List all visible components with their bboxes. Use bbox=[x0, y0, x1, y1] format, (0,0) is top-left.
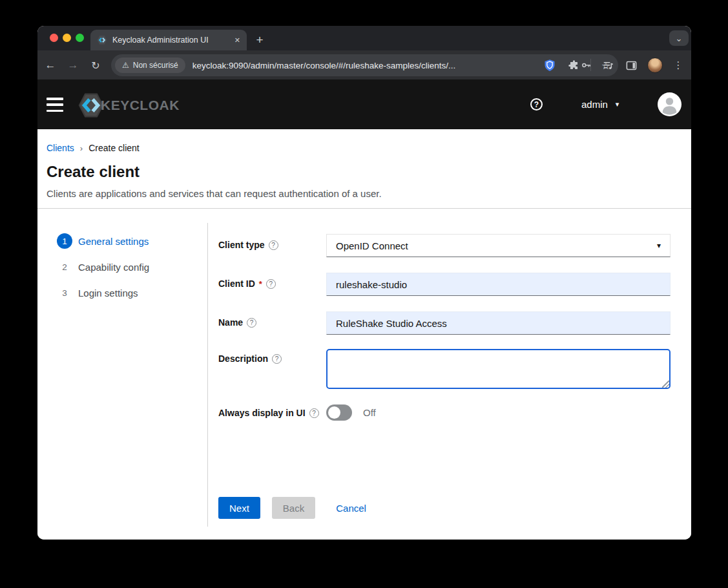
back-button[interactable]: Back bbox=[272, 497, 315, 519]
step-label: Capability config bbox=[78, 262, 149, 273]
description-textarea[interactable] bbox=[326, 349, 671, 389]
tab-search-chevron-icon[interactable]: ⌄ bbox=[669, 30, 689, 46]
description-label-row: Description ? bbox=[218, 353, 282, 364]
url-text: keycloak:9090/admin/master/console/#/rul… bbox=[192, 61, 572, 70]
section-divider bbox=[37, 208, 691, 209]
always-display-toggle[interactable] bbox=[326, 404, 352, 421]
maximize-window-button[interactable] bbox=[76, 34, 84, 42]
name-label: Name bbox=[218, 317, 243, 328]
username: admin bbox=[581, 99, 608, 110]
minimize-window-button[interactable] bbox=[63, 34, 71, 42]
reload-icon[interactable]: ↻ bbox=[87, 57, 104, 74]
tab-title: Keycloak Administration UI bbox=[112, 36, 229, 45]
help-icon[interactable]: ? bbox=[247, 318, 256, 328]
breadcrumb-clients-link[interactable]: Clients bbox=[47, 143, 74, 153]
caret-down-icon: ▾ bbox=[616, 100, 619, 109]
always-display-label-row: Always display in UI ? bbox=[218, 408, 319, 418]
name-input[interactable] bbox=[326, 311, 671, 335]
adblock-shield-icon[interactable] bbox=[541, 57, 558, 74]
warning-icon: ⚠ bbox=[122, 61, 129, 70]
wizard-divider bbox=[207, 223, 208, 527]
client-type-select[interactable]: OpenID Connect ▾ bbox=[326, 234, 671, 257]
step-number: 1 bbox=[57, 233, 72, 249]
page-subtitle: Clients are applications and services th… bbox=[47, 188, 382, 199]
help-icon[interactable]: ? bbox=[272, 354, 282, 364]
browser-window: Keycloak Administration UI ✕ + ⌄ ← → ↻ ⚠… bbox=[37, 26, 691, 540]
name-label-row: Name ? bbox=[218, 317, 256, 328]
step-number: 3 bbox=[57, 285, 72, 300]
user-avatar[interactable] bbox=[658, 92, 681, 116]
help-icon[interactable]: ? bbox=[269, 240, 278, 250]
back-icon[interactable]: ← bbox=[42, 57, 59, 74]
client-id-label-row: Client ID * ? bbox=[218, 278, 276, 289]
client-type-value: OpenID Connect bbox=[336, 240, 657, 251]
client-type-label-row: Client type ? bbox=[218, 240, 278, 250]
toolbar-separator bbox=[590, 59, 591, 71]
page-content: Clients › Create client Create client Cl… bbox=[37, 129, 691, 540]
wizard-step-capability-config[interactable]: 2 Capability config bbox=[57, 259, 149, 275]
tab-close-icon[interactable]: ✕ bbox=[234, 36, 240, 45]
always-display-toggle-row: Off bbox=[326, 404, 376, 421]
wizard-footer: Next Back Cancel bbox=[218, 497, 366, 519]
security-chip[interactable]: ⚠ Non sécurisé bbox=[115, 58, 185, 73]
caret-down-icon: ▾ bbox=[657, 241, 661, 250]
toggle-state-label: Off bbox=[363, 407, 376, 418]
profile-avatar[interactable] bbox=[647, 57, 663, 74]
side-panel-icon[interactable] bbox=[623, 57, 640, 74]
keycloak-favicon bbox=[97, 35, 107, 45]
tab-keycloak[interactable]: Keycloak Administration UI ✕ bbox=[90, 30, 247, 50]
forward-icon[interactable]: → bbox=[65, 57, 81, 74]
next-button[interactable]: Next bbox=[218, 497, 260, 519]
browser-menu-kebab-icon[interactable]: ⋮ bbox=[670, 57, 687, 74]
step-number: 2 bbox=[57, 259, 72, 275]
extensions-puzzle-icon[interactable] bbox=[565, 57, 582, 74]
help-icon[interactable]: ? bbox=[530, 98, 543, 110]
client-id-input[interactable] bbox=[326, 273, 671, 296]
close-window-button[interactable] bbox=[50, 34, 58, 42]
help-icon[interactable]: ? bbox=[309, 408, 319, 418]
breadcrumb-separator-icon: › bbox=[80, 143, 83, 153]
wizard-step-login-settings[interactable]: 3 Login settings bbox=[57, 285, 138, 300]
breadcrumb: Clients › Create client bbox=[47, 143, 140, 153]
help-icon[interactable]: ? bbox=[266, 279, 276, 289]
toggle-knob bbox=[328, 406, 340, 419]
user-menu[interactable]: admin ▾ bbox=[581, 99, 619, 110]
media-playlist-icon[interactable] bbox=[599, 57, 616, 74]
client-id-label: Client ID bbox=[218, 278, 255, 289]
keycloak-brand[interactable]: KEYCLOAK bbox=[78, 92, 180, 119]
step-label: Login settings bbox=[78, 288, 138, 299]
brand-text: KEYCLOAK bbox=[101, 98, 180, 113]
nav-hamburger-icon[interactable] bbox=[47, 98, 63, 112]
browser-toolbar: ← → ↻ ⚠ Non sécurisé keycloak:9090/admin… bbox=[37, 50, 691, 79]
page-title: Create client bbox=[47, 163, 140, 181]
required-asterisk: * bbox=[259, 279, 262, 289]
breadcrumb-current: Create client bbox=[88, 143, 140, 153]
security-chip-label: Non sécurisé bbox=[133, 61, 178, 70]
step-label: General settings bbox=[78, 236, 149, 247]
window-controls bbox=[50, 34, 84, 42]
client-type-label: Client type bbox=[218, 240, 265, 250]
always-display-label: Always display in UI bbox=[218, 408, 306, 418]
keycloak-masthead: KEYCLOAK ? admin ▾ bbox=[37, 79, 691, 129]
wizard-step-general-settings[interactable]: 1 General settings bbox=[57, 233, 149, 249]
cancel-button[interactable]: Cancel bbox=[336, 503, 366, 514]
description-label: Description bbox=[218, 353, 268, 364]
new-tab-button[interactable]: + bbox=[251, 31, 269, 49]
tab-strip: Keycloak Administration UI ✕ + ⌄ bbox=[37, 26, 691, 50]
